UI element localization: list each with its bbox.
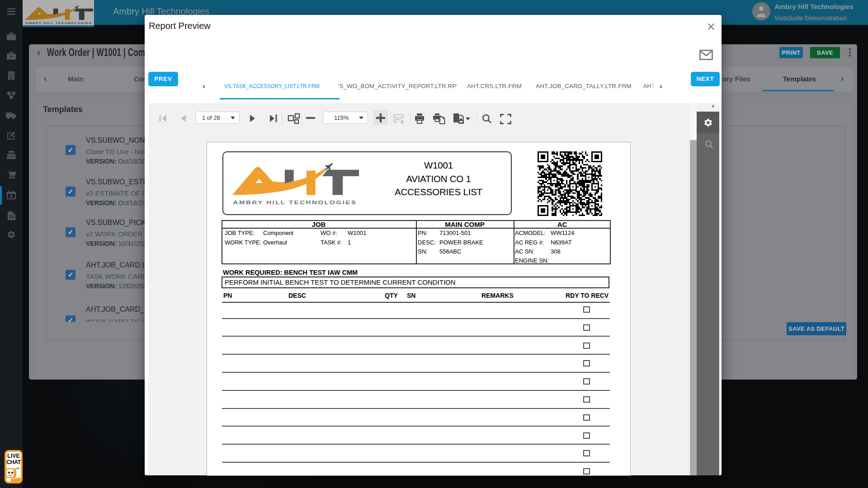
svg-text:AMBRY HILL TECHNOLOGIES: AMBRY HILL TECHNOLOGIES [233,199,357,206]
svg-text:AMBRY HILL TECHNOLOGIES: AMBRY HILL TECHNOLOGIES [26,22,92,24]
